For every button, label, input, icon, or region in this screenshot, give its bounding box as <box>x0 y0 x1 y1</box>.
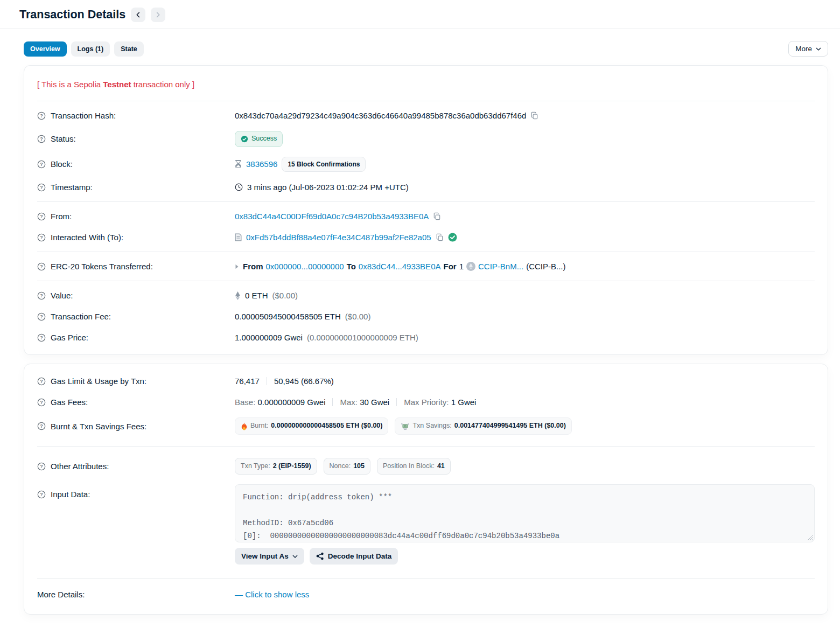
gas-price-row: ? Gas Price: 1.000000009 Gwei (0.0000000… <box>37 327 815 348</box>
contract-file-icon <box>235 233 242 241</box>
separator <box>332 398 333 406</box>
separator <box>396 398 397 406</box>
value-amount: 0 ETH <box>245 290 268 301</box>
hourglass-icon <box>235 160 242 168</box>
copy-hash-button[interactable] <box>530 112 538 120</box>
value-usd: ($0.00) <box>272 290 298 301</box>
question-icon: ? <box>37 312 46 321</box>
chevron-left-icon <box>135 12 141 18</box>
from-address-link[interactable]: 0x83dC44a4C00DFf69d0A0c7c94B20b53a4933BE… <box>235 211 429 222</box>
value-label: Value: <box>51 290 73 301</box>
testnet-warning: [ This is a Sepolia Testnet transaction … <box>37 70 815 97</box>
erc20-transfers-label: ERC-20 Tokens Transferred: <box>51 261 153 272</box>
base-fee-value: 0.000000009 Gwei <box>258 396 326 408</box>
interacted-with-row: ? Interacted With (To): 0xFd57b4ddBf88a4… <box>37 227 815 248</box>
transfer-for-label: For <box>443 261 456 272</box>
verified-check-icon <box>448 233 457 242</box>
more-details-row: More Details: — Click to show less <box>37 584 815 608</box>
block-label: Block: <box>51 158 73 170</box>
view-input-as-button[interactable]: View Input As <box>235 548 304 565</box>
question-icon: ? <box>37 333 46 342</box>
svg-text:?: ? <box>40 214 43 219</box>
divider <box>37 201 815 202</box>
question-icon: ? <box>37 291 46 300</box>
transaction-fee-amount: 0.000050945000458505 ETH <box>235 311 341 322</box>
from-label: From: <box>51 211 72 222</box>
copy-to-address-button[interactable] <box>436 233 444 241</box>
other-attributes-label: Other Attributes: <box>51 461 109 472</box>
nonce-label: Nonce: <box>330 462 351 471</box>
status-row: ? Status: Success <box>37 126 815 152</box>
input-data-container: Function: drip(address token) *** Method… <box>235 484 815 542</box>
tab-state[interactable]: State <box>114 41 144 57</box>
question-icon: ? <box>37 112 46 120</box>
timestamp-row: ? Timestamp: 3 mins ago (Jul-06-2023 01:… <box>37 177 815 198</box>
caret-right-icon <box>235 264 239 269</box>
status-badge-label: Success <box>251 134 277 144</box>
more-button-label: More <box>795 45 812 53</box>
token-name-link[interactable]: CCIP-BnM... <box>478 261 523 272</box>
block-number-link[interactable]: 3836596 <box>246 158 277 170</box>
token-symbol: (CCIP-B...) <box>526 261 565 272</box>
input-data-textarea[interactable]: Function: drip(address token) *** Method… <box>235 484 815 542</box>
block-row: ? Block: 3836596 15 Block Confirmations <box>37 152 815 177</box>
transaction-hash-row: ? Transaction Hash: 0x843dc70a4a29d79234… <box>37 105 815 126</box>
svg-text:?: ? <box>40 264 43 269</box>
overview-card: [ This is a Sepolia Testnet transaction … <box>24 65 828 355</box>
chevron-down-icon <box>292 554 298 559</box>
next-transaction-button[interactable] <box>151 8 165 22</box>
svg-text:?: ? <box>40 492 43 497</box>
more-details-label: More Details: <box>37 589 85 600</box>
details-card: ? Gas Limit & Usage by Txn: 76,417 50,94… <box>24 364 828 615</box>
svg-text:?: ? <box>40 185 43 190</box>
question-icon: ? <box>37 135 46 143</box>
transfer-amount: 1 <box>459 261 464 272</box>
divider <box>37 578 815 579</box>
more-button[interactable]: More <box>788 41 828 57</box>
other-attributes-row: ? Other Attributes: Txn Type: 2 (EIP-155… <box>37 453 815 480</box>
max-fee-label: Max: <box>340 396 358 408</box>
copy-icon <box>433 212 441 220</box>
block-confirmations-badge: 15 Block Confirmations <box>282 157 366 172</box>
copy-from-address-button[interactable] <box>433 212 441 220</box>
gas-price-amount: 1.000000009 Gwei <box>235 332 303 343</box>
input-data-label: Input Data: <box>51 489 90 500</box>
divider <box>37 101 815 101</box>
value-row: ? Value: 0 ETH ($0.00) <box>37 285 815 306</box>
copy-icon <box>530 112 538 120</box>
chevron-right-icon <box>155 12 161 18</box>
burnt-badge-value: 0.000000000000458505 ETH ($0.00) <box>271 421 382 431</box>
view-input-as-label: View Input As <box>241 552 289 560</box>
previous-transaction-button[interactable] <box>131 8 145 22</box>
transfer-from-label: From <box>243 261 263 272</box>
txn-savings-badge-value: 0.001477404999541495 ETH ($0.00) <box>454 421 566 431</box>
tab-logs[interactable]: Logs (1) <box>71 41 110 57</box>
gas-fees-row: ? Gas Fees: Base: 0.000000009 Gwei Max: … <box>37 392 815 413</box>
transaction-fee-row: ? Transaction Fee: 0.000050945000458505 … <box>37 306 815 327</box>
tab-overview[interactable]: Overview <box>24 41 67 57</box>
svg-text:?: ? <box>40 335 43 340</box>
question-icon: ? <box>37 262 46 271</box>
svg-text:?: ? <box>40 464 43 469</box>
show-less-link[interactable]: — Click to show less <box>235 589 309 600</box>
chevron-down-icon <box>816 46 821 52</box>
transfer-to-address[interactable]: 0x83dC44...4933BE0A <box>359 261 441 272</box>
gas-limit-row: ? Gas Limit & Usage by Txn: 76,417 50,94… <box>37 371 815 392</box>
input-data-row: ? Input Data: Function: drip(address tok… <box>37 479 815 569</box>
ethereum-icon <box>235 291 241 300</box>
transaction-fee-usd: ($0.00) <box>345 311 371 322</box>
decode-input-data-button[interactable]: Decode Input Data <box>310 548 398 565</box>
nonce-badge: Nonce: 105 <box>324 458 370 475</box>
to-address-link[interactable]: 0xFd57b4ddBf88a4e07fF4e34C487b99af2Fe82a… <box>246 232 431 243</box>
txn-type-badge: Txn Type: 2 (EIP-1559) <box>235 458 317 475</box>
question-icon: ? <box>37 398 46 407</box>
svg-text:?: ? <box>40 379 43 384</box>
gas-usage-value: 50,945 (66.67%) <box>274 375 334 387</box>
token-icon <box>466 262 475 271</box>
decode-input-data-label: Decode Input Data <box>328 552 392 560</box>
transaction-fee-label: Transaction Fee: <box>51 311 111 322</box>
check-circle-icon <box>241 135 248 143</box>
svg-text:?: ? <box>40 113 43 119</box>
svg-text:?: ? <box>40 314 43 319</box>
transfer-from-address[interactable]: 0x000000...00000000 <box>266 261 344 272</box>
